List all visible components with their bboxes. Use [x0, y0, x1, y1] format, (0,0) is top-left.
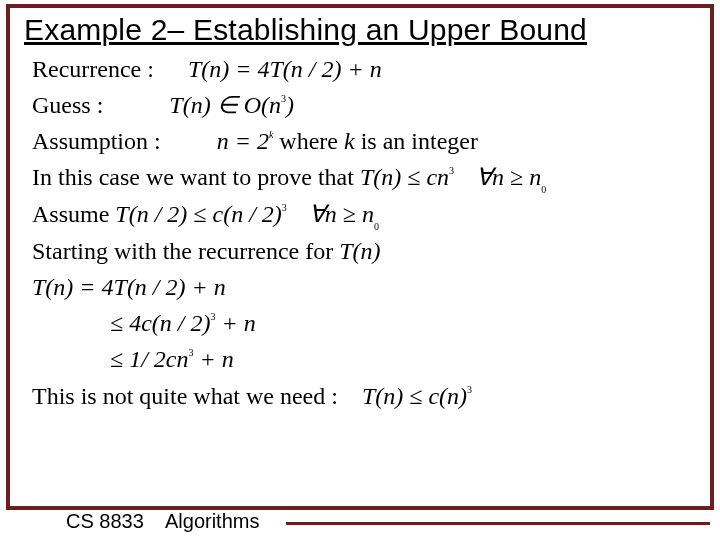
label-assumption: Assumption :	[32, 128, 161, 154]
math-expand-3b: + n	[194, 346, 234, 372]
math-k: k	[344, 128, 355, 154]
line-conclusion: This is not quite what we need :T(n) ≤ c…	[32, 379, 712, 413]
slide-content: Recurrence :T(n) = 4T(n / 2) + n Guess :…	[32, 52, 712, 415]
math-assume: T(n / 2) ≤ c(n / 2)	[115, 201, 281, 227]
footer-line	[286, 522, 710, 525]
label-guess: Guess :	[32, 92, 103, 118]
sup-k: k	[269, 129, 273, 140]
math-Tn-leq: T(n) ≤ cn	[360, 164, 449, 190]
math-expand-3a: ≤ 1/ 2cn	[110, 346, 189, 372]
line-starting: Starting with the recurrence for T(n)	[32, 234, 712, 268]
text-prove: In this case we want to prove that	[32, 164, 360, 190]
footer-text: CS 8833 Algorithms	[66, 510, 259, 533]
text-starting: Starting with the recurrence for	[32, 238, 339, 264]
text-assume: Assume	[32, 201, 115, 227]
math-forall-1: ∀n ≥ n	[476, 164, 541, 190]
math-expand-1: T(n) = 4T(n / 2) + n	[32, 274, 226, 300]
text-conclusion: This is not quite what we need :	[32, 383, 338, 409]
math-recurrence: (n) = 4T(n / 2) + n	[201, 56, 381, 82]
line-recurrence: Recurrence :T(n) = 4T(n / 2) + n	[32, 52, 712, 86]
math-expand-2b: + n	[215, 310, 255, 336]
line-expand-2: ≤ 4c(n / 2)3 + n	[32, 306, 712, 340]
footer: CS 8833 Algorithms	[0, 510, 720, 536]
slide-border: Example 2– Establishing an Upper Bound R…	[6, 4, 714, 510]
math-n-eq: n = 2	[217, 128, 269, 154]
line-assume: Assume T(n / 2) ≤ c(n / 2)3∀n ≥ n0	[32, 197, 712, 232]
label-recurrence: Recurrence :	[32, 56, 154, 82]
line-expand-3: ≤ 1/ 2cn3 + n	[32, 342, 712, 376]
sup-3-e3: 3	[189, 347, 194, 358]
sup-3-e2: 3	[210, 311, 215, 322]
footer-label: Algorithms	[165, 510, 259, 532]
text-where: where	[273, 128, 344, 154]
sup-3-guess: 3	[281, 93, 286, 104]
text-integer: is an integer	[355, 128, 478, 154]
line-expand-1: T(n) = 4T(n / 2) + n	[32, 270, 712, 304]
sup-3-conc: 3	[467, 384, 472, 395]
footer-course: CS 8833	[66, 510, 144, 532]
line-guess: Guess :T(n) ∈ O(n3)	[32, 88, 712, 122]
sub-0-a: 0	[541, 184, 546, 195]
line-prove: In this case we want to prove that T(n) …	[32, 160, 712, 195]
slide-title: Example 2– Establishing an Upper Bound	[24, 13, 587, 47]
slide: Example 2– Establishing an Upper Bound R…	[0, 0, 720, 540]
math-forall-2: ∀n ≥ n	[309, 201, 374, 227]
sup-3-assume: 3	[282, 202, 287, 213]
sub-0-b: 0	[374, 221, 379, 232]
math-Tn: T(n)	[339, 238, 380, 264]
math-expand-2a: ≤ 4c(n / 2)	[110, 310, 210, 336]
math-guess-a: T(n) ∈ O(n	[169, 92, 281, 118]
math-guess-b: )	[286, 92, 294, 118]
sup-3-prove: 3	[449, 165, 454, 176]
math-T: T	[188, 56, 201, 82]
line-assumption: Assumption :n = 2k where k is an integer	[32, 124, 712, 158]
math-conclusion: T(n) ≤ c(n)	[362, 383, 467, 409]
